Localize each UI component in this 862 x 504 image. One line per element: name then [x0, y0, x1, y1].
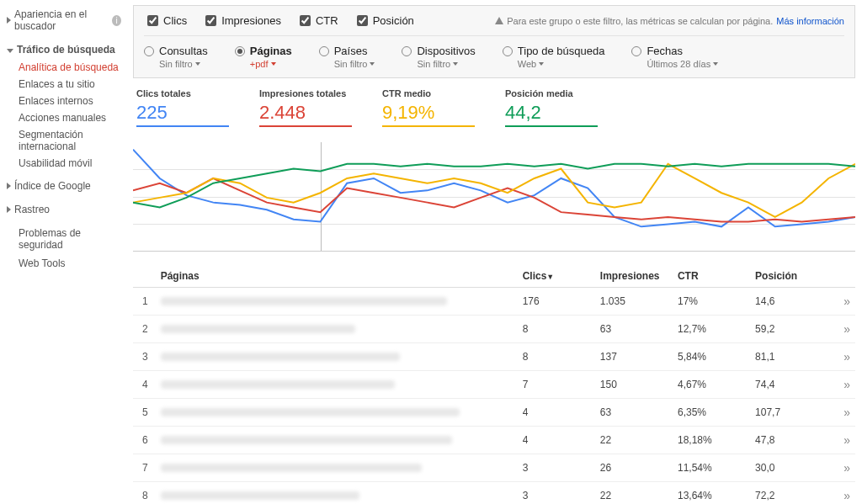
row-expand[interactable]: » [829, 454, 855, 482]
row-expand[interactable]: » [829, 482, 855, 505]
sidebar-index[interactable]: Índice de Google [7, 177, 126, 195]
calc-note-text: Para este grupo o este filtro, las métri… [507, 16, 773, 26]
chevron-down-icon [195, 62, 200, 66]
sort-desc-icon: ▼ [546, 273, 554, 281]
row-clicks: 3 [519, 482, 597, 505]
caret-down-icon [7, 49, 13, 53]
sidebar-crawl-label: Rastreo [14, 204, 50, 215]
col-actions [829, 265, 855, 288]
sidebar-tools[interactable]: Web Tools [7, 254, 126, 273]
row-impressions: 1.035 [597, 288, 674, 316]
row-ctr: 13,64% [674, 482, 752, 505]
row-expand[interactable]: » [829, 371, 855, 399]
row-ctr: 5,84% [674, 343, 752, 371]
total-position-label: Posición media [505, 88, 598, 98]
row-expand[interactable]: » [829, 316, 855, 343]
col-ctr-header[interactable]: CTR [674, 265, 752, 288]
table-row[interactable]: 732611,54%30,0» [133, 454, 855, 482]
col-clicks-header[interactable]: Clics▼ [519, 265, 597, 288]
total-clicks-label: Clics totales [136, 88, 229, 98]
row-impressions: 22 [597, 427, 674, 454]
checkbox-ctr[interactable] [300, 15, 311, 26]
sidebar-traffic-item[interactable]: Acciones manuales [19, 109, 126, 126]
row-expand[interactable]: » [829, 343, 855, 371]
totals-row: Clics totales 225 Impresiones totales 2.… [133, 78, 855, 132]
dimension-tipo de búsqueda[interactable]: Tipo de búsquedaWeb [503, 45, 605, 69]
dimension-filter[interactable]: Sin filtro [319, 59, 375, 69]
total-impressions-value: 2.448 [259, 102, 352, 127]
dimension-consultas[interactable]: ConsultasSin filtro [144, 45, 208, 69]
row-position: 47,8 [752, 427, 829, 454]
col-impr-header[interactable]: Impresiones [597, 265, 674, 288]
table-row[interactable]: 642218,18%47,8» [133, 427, 855, 454]
sidebar-index-label: Índice de Google [14, 180, 91, 192]
sidebar-appearance[interactable]: Apariencia en el buscador i [7, 5, 126, 35]
dimension-filter[interactable]: Últimos 28 días [631, 59, 718, 69]
row-position: 72,2 [752, 482, 829, 505]
row-index: 1 [133, 288, 157, 316]
sidebar-traffic-item[interactable]: Usabilidad móvil [19, 155, 126, 172]
check-impressions-label: Impresiones [221, 14, 281, 27]
row-position: 14,6 [752, 288, 829, 316]
row-clicks: 8 [519, 316, 597, 343]
row-impressions: 63 [597, 399, 674, 427]
row-page [157, 399, 519, 427]
sidebar-traffic-item[interactable]: Segmentación internacional [19, 126, 126, 155]
row-index: 7 [133, 454, 157, 482]
sidebar-traffic-item[interactable]: Enlaces internos [19, 93, 126, 109]
sidebar-traffic[interactable]: Tráfico de búsqueda [7, 40, 126, 59]
caret-icon [7, 17, 11, 24]
dimension-filter[interactable]: Sin filtro [402, 59, 475, 69]
dimension-label: Tipo de búsqueda [518, 45, 605, 57]
chevron-down-icon [539, 62, 544, 66]
info-icon[interactable]: i [112, 15, 121, 26]
row-index: 6 [133, 427, 157, 454]
table-row[interactable]: 286312,7%59,2» [133, 316, 855, 343]
sidebar-traffic-item[interactable]: Analítica de búsqueda [19, 59, 126, 76]
total-impressions-label: Impresiones totales [259, 88, 352, 98]
dimension-dispositivos[interactable]: DispositivosSin filtro [402, 45, 475, 69]
row-ctr: 18,18% [674, 427, 752, 454]
dimension-páginas[interactable]: Páginas+pdf [235, 45, 292, 69]
dimension-filter[interactable]: Sin filtro [144, 59, 208, 69]
check-position[interactable]: Posición [354, 13, 414, 29]
dimension-países[interactable]: PaísesSin filtro [319, 45, 375, 69]
table-row[interactable]: 54636,35%107,7» [133, 399, 855, 427]
caret-icon [7, 183, 11, 189]
row-position: 107,7 [752, 399, 829, 427]
row-expand[interactable]: » [829, 427, 855, 454]
row-expand[interactable]: » [829, 399, 855, 427]
col-page-header[interactable]: Páginas [157, 265, 519, 288]
dimension-label: Consultas [159, 45, 208, 57]
table-row[interactable]: 471504,67%74,4» [133, 371, 855, 399]
check-ctr[interactable]: CTR [296, 13, 338, 29]
sidebar-crawl[interactable]: Rastreo [7, 200, 126, 219]
table-row[interactable]: 11761.03517%14,6» [133, 288, 855, 316]
dimension-filter[interactable]: Web [503, 59, 605, 69]
trend-chart[interactable] [133, 142, 855, 252]
row-ctr: 6,35% [674, 399, 752, 427]
check-impressions[interactable]: Impresiones [202, 13, 281, 29]
calc-note: Para este grupo o este filtro, las métri… [495, 16, 844, 26]
checkbox-impressions[interactable] [205, 15, 216, 26]
row-page [157, 371, 519, 399]
more-info-link[interactable]: Más información [776, 16, 844, 26]
table-row[interactable]: 381375,84%81,1» [133, 343, 855, 371]
sidebar-traffic-item[interactable]: Enlaces a tu sitio [19, 76, 126, 93]
row-ctr: 12,7% [674, 316, 752, 343]
sidebar-security[interactable]: Problemas de seguridad [7, 224, 126, 254]
check-clicks[interactable]: Clics [144, 13, 187, 29]
checkbox-position[interactable] [357, 15, 368, 26]
row-index: 5 [133, 399, 157, 427]
row-clicks: 7 [519, 371, 597, 399]
row-index: 2 [133, 316, 157, 343]
col-pos-header[interactable]: Posición [752, 265, 829, 288]
dimension-filter[interactable]: +pdf [235, 59, 292, 69]
dimension-fechas[interactable]: FechasÚltimos 28 días [631, 45, 718, 69]
pages-table: Páginas Clics▼ Impresiones CTR Posición … [133, 265, 855, 504]
radio-icon [503, 46, 513, 56]
checkbox-clicks[interactable] [147, 15, 158, 26]
row-expand[interactable]: » [829, 288, 855, 316]
chevron-down-icon [370, 62, 375, 66]
table-row[interactable]: 832213,64%72,2» [133, 482, 855, 505]
